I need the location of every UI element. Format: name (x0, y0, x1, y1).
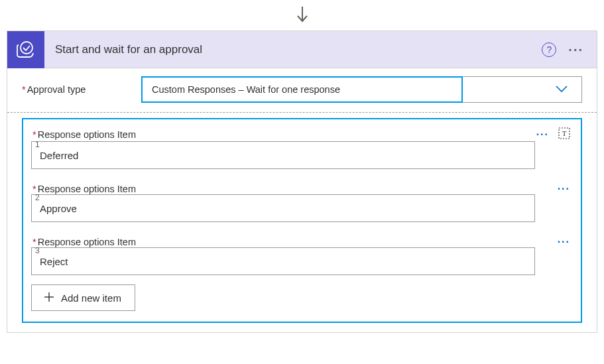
chevron-down-icon (555, 84, 568, 95)
add-new-item-button[interactable]: Add new item (31, 284, 135, 311)
item-index: 3 (23, 246, 581, 255)
card-menu-button[interactable]: ··· (568, 48, 583, 52)
response-option-header: *Response options Item ··· (23, 181, 581, 194)
approval-type-dropdown[interactable]: Custom Responses – Wait for one response (141, 76, 582, 103)
response-option-header: *Response options Item ··· T (23, 125, 581, 141)
approval-icon (7, 31, 44, 68)
approval-action-card: Start and wait for an approval ? ··· *Ap… (7, 30, 597, 333)
approval-type-row: *Approval type Custom Responses – Wait f… (7, 68, 597, 113)
array-mode-icon[interactable]: T (558, 127, 570, 141)
card-title: Start and wait for an approval (44, 43, 542, 56)
response-options-section: *Response options Item ··· T 1 Deferred (22, 118, 582, 323)
svg-text:T: T (562, 129, 567, 137)
dropdown-selected-value: Custom Responses – Wait for one response (141, 76, 463, 103)
arrow-down-icon (294, 7, 310, 25)
header-actions: ? ··· (542, 42, 597, 57)
item-index: 1 (23, 140, 581, 149)
svg-point-1 (21, 42, 32, 54)
card-header[interactable]: Start and wait for an approval ? ··· (7, 31, 597, 68)
required-indicator: * (22, 84, 26, 95)
required-indicator: * (32, 129, 36, 140)
approval-type-label: *Approval type (22, 84, 141, 95)
add-item-label: Add new item (61, 292, 121, 304)
flow-arrow-connector (0, 7, 604, 25)
item-menu-button[interactable]: ··· (536, 129, 549, 140)
response-option-header: *Response options Item ··· (23, 234, 581, 247)
response-option-label: *Response options Item (32, 129, 136, 140)
item-index: 2 (23, 193, 581, 202)
card-body: *Approval type Custom Responses – Wait f… (7, 68, 597, 323)
help-icon[interactable]: ? (542, 42, 556, 57)
plus-icon (44, 292, 54, 304)
